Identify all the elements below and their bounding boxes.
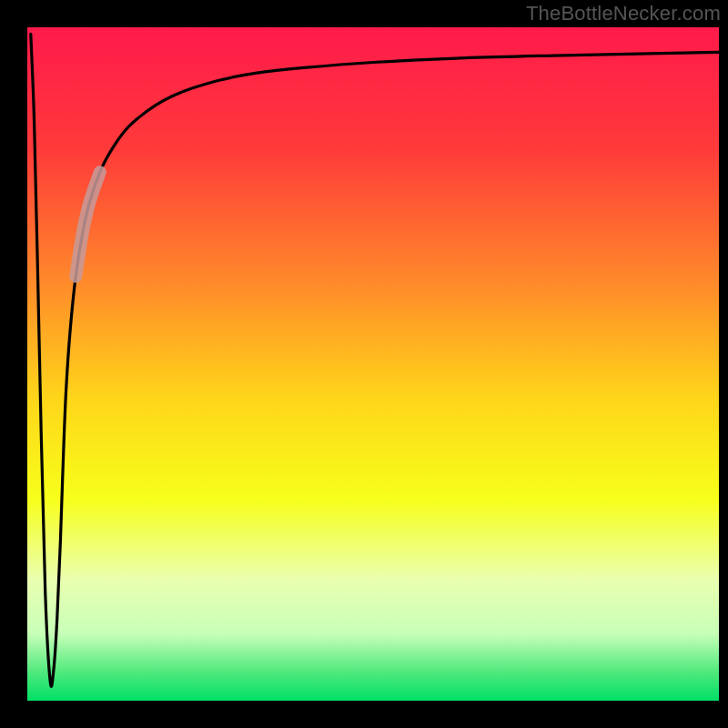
attribution-label: TheBottleNecker.com — [526, 2, 721, 25]
plot-area — [27, 27, 719, 701]
chart-container: TheBottleNecker.com — [0, 0, 728, 728]
bottleneck-chart — [0, 0, 728, 728]
